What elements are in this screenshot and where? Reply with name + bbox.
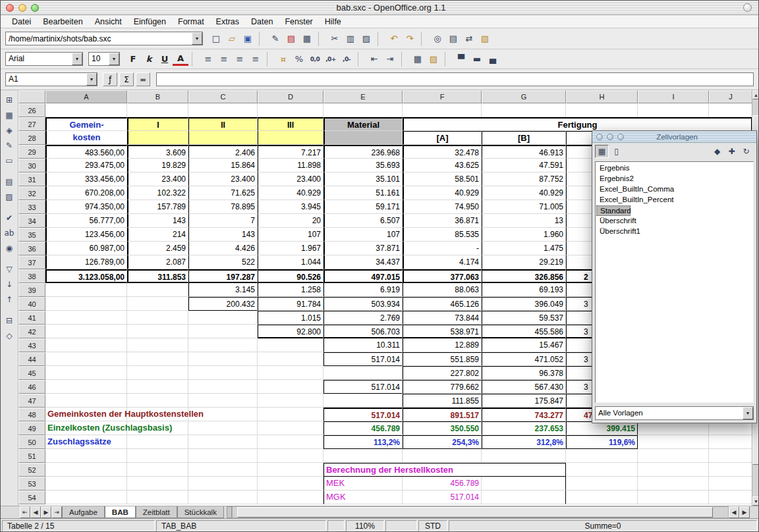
open-icon[interactable]: ▱ <box>224 31 240 47</box>
cell-E29[interactable]: 236.968 <box>323 145 403 159</box>
insert-object-icon[interactable]: ◈ <box>1 122 17 138</box>
draw-functions-icon[interactable]: ✎ <box>1 138 17 153</box>
row-header-50[interactable]: 50 <box>18 435 45 449</box>
cell-I26[interactable] <box>638 103 709 117</box>
undo-icon[interactable]: ↶ <box>386 31 402 47</box>
row-header-43[interactable]: 43 <box>18 338 45 352</box>
row-header-54[interactable]: 54 <box>18 491 45 504</box>
sort-ascending-icon[interactable]: ↓ <box>1 277 17 292</box>
font-size-combo[interactable]: 10 ▼ <box>88 52 120 66</box>
cell-F53[interactable]: 456.789 <box>403 477 482 491</box>
row-header-31[interactable]: 31 <box>18 173 45 186</box>
cell-D26[interactable] <box>258 103 323 117</box>
column-header-J[interactable]: J <box>709 90 752 103</box>
cell-H50[interactable]: 119,6% <box>566 435 638 449</box>
sort-descending-icon[interactable]: ↑ <box>1 292 17 307</box>
cell-C50[interactable] <box>188 435 258 449</box>
cell-C37[interactable]: 522 <box>188 255 258 269</box>
insert-cells-icon[interactable]: ▦ <box>1 107 17 122</box>
cell-B54[interactable] <box>127 491 188 504</box>
cell-E46[interactable]: 517.014 <box>323 380 403 394</box>
menu-format[interactable]: Format <box>172 16 210 28</box>
cell-E52[interactable]: Berechnung der Herstellkosten <box>323 463 566 477</box>
cell-G49[interactable]: 237.653 <box>482 421 566 435</box>
cell-A29[interactable]: 483.560,00 <box>45 145 127 159</box>
cell-E53[interactable]: MEK <box>323 477 403 491</box>
scroll-down-button[interactable]: ▼ <box>752 496 759 506</box>
last-sheet-button[interactable]: ⇥ <box>51 506 62 518</box>
cell-F27[interactable]: Fertigung <box>403 117 752 131</box>
cell-F47[interactable]: 111.855 <box>403 394 482 408</box>
cell-G26[interactable] <box>482 103 566 117</box>
row-header-28[interactable]: 28 <box>18 131 45 145</box>
style-item-ergebnis2[interactable]: Ergebnis2 <box>596 174 752 184</box>
cell-C54[interactable] <box>188 491 258 504</box>
cell-G43[interactable]: 15.467 <box>482 338 566 352</box>
cell-F51[interactable] <box>403 449 482 463</box>
cell-E35[interactable]: 107 <box>323 228 403 242</box>
underline-icon[interactable]: U <box>157 51 173 67</box>
cell-D37[interactable]: 1.044 <box>258 255 323 269</box>
cell-B42[interactable] <box>127 325 188 338</box>
cell-F48[interactable]: 891.517 <box>403 408 482 421</box>
cell-C27[interactable]: II <box>188 117 258 131</box>
previous-sheet-button[interactable]: ◀ <box>30 506 41 518</box>
cell-D40[interactable]: 91.784 <box>258 297 323 311</box>
cell-D30[interactable]: 11.898 <box>258 159 323 173</box>
cell-B50[interactable] <box>127 435 188 449</box>
row-header-27[interactable]: 27 <box>18 117 45 131</box>
style-filter-dropdown[interactable]: ▼ <box>743 407 753 419</box>
cell-B41[interactable] <box>127 311 188 325</box>
column-header-B[interactable]: B <box>127 90 188 103</box>
copy-icon[interactable]: ▥ <box>343 31 358 47</box>
cell-C35[interactable]: 143 <box>188 228 258 242</box>
style-item--berschrift[interactable]: Überschrift <box>596 216 752 226</box>
cell-C34[interactable]: 7 <box>188 214 258 228</box>
cell-reference-dropdown[interactable]: ▼ <box>86 73 97 86</box>
style-item-excel-builtin-percent[interactable]: Excel_BuiltIn_Percent <box>596 195 752 205</box>
cell-A52[interactable] <box>45 463 127 477</box>
cell-E51[interactable] <box>323 449 403 463</box>
cell-D39[interactable]: 1.258 <box>258 283 323 297</box>
cell-E34[interactable]: 6.507 <box>323 214 403 228</box>
new-document-icon[interactable]: □ <box>208 31 224 47</box>
menu-datei[interactable]: Datei <box>6 16 37 28</box>
cell-A54[interactable] <box>45 491 127 504</box>
menu-bearbeiten[interactable]: Bearbeiten <box>37 16 88 28</box>
row-header-51[interactable]: 51 <box>18 449 45 463</box>
row-header-49[interactable]: 49 <box>18 421 45 435</box>
cell-E50[interactable]: 113,2% <box>323 435 403 449</box>
cell-D54[interactable] <box>258 491 323 504</box>
cell-E28[interactable] <box>323 131 403 145</box>
cell-A53[interactable] <box>45 477 127 491</box>
cell-E42[interactable]: 506.703 <box>323 325 403 338</box>
cell-A43[interactable] <box>45 338 127 352</box>
export-pdf-icon[interactable]: ▤ <box>283 31 299 47</box>
cell-H49[interactable]: 399.415 <box>566 421 638 435</box>
cell-I53[interactable] <box>638 477 709 491</box>
cell-D44[interactable] <box>258 352 323 366</box>
menu-hilfe[interactable]: Hilfe <box>319 16 347 28</box>
cell-A32[interactable]: 670.208,00 <box>45 186 127 200</box>
cell-F29[interactable]: 32.478 <box>403 145 482 159</box>
cell-J51[interactable] <box>709 449 752 463</box>
cell-G31[interactable]: 87.752 <box>482 173 566 186</box>
row-header-52[interactable]: 52 <box>18 463 45 477</box>
cell-E27[interactable]: Material <box>323 117 403 131</box>
sheet-tab-bab[interactable]: BAB <box>105 506 136 518</box>
style-item-ergebnis[interactable]: Ergebnis <box>596 163 752 174</box>
style-item-excel-builtin-comma[interactable]: Excel_BuiltIn_Comma <box>596 184 752 195</box>
cell-C43[interactable] <box>188 338 258 352</box>
cell-G29[interactable]: 46.913 <box>482 145 566 159</box>
cell-D34[interactable]: 20 <box>258 214 323 228</box>
autoformat-icon[interactable]: ▤ <box>1 174 17 189</box>
cell-G54[interactable] <box>482 491 566 504</box>
column-header-H[interactable]: H <box>566 90 638 103</box>
cell-H52[interactable] <box>566 463 638 477</box>
cell-D53[interactable] <box>258 477 323 491</box>
row-header-40[interactable]: 40 <box>18 297 45 311</box>
close-button[interactable] <box>6 4 14 12</box>
cell-F50[interactable]: 254,3% <box>403 435 482 449</box>
sum-field[interactable]: Summe=0 <box>449 520 757 531</box>
cell-A48[interactable]: Gemeinkosten der Hauptkostenstellen <box>45 408 127 421</box>
